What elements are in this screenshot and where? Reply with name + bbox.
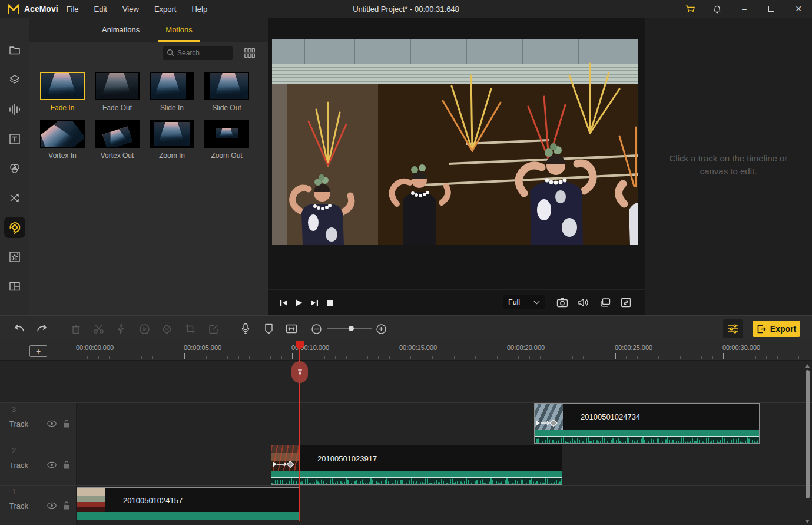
notifications-button[interactable]: [704, 0, 731, 18]
split-at-playhead-button[interactable]: ✂: [291, 361, 308, 383]
timeline-lanes: 3 Track: [0, 361, 812, 525]
motion-applied-icon: [272, 460, 296, 468]
close-button[interactable]: ✕: [785, 0, 812, 18]
mute-button[interactable]: [576, 295, 591, 309]
preset-slide-in[interactable]: Slide In: [150, 72, 194, 112]
maximize-button[interactable]: [758, 0, 785, 18]
crop-button[interactable]: [184, 322, 197, 335]
scroll-down-arrow[interactable]: [805, 520, 810, 523]
sidebar-item-media[interactable]: [4, 39, 25, 61]
preset-vortex-out[interactable]: Vortex Out: [95, 120, 140, 160]
ruler-tick: [422, 356, 422, 359]
play-icon: [295, 299, 303, 307]
zoom-out-button[interactable]: [310, 322, 323, 335]
timeline-scrollbar[interactable]: [805, 364, 810, 523]
menu-view[interactable]: View: [122, 5, 139, 14]
redo-button[interactable]: [35, 322, 48, 335]
menu-file[interactable]: File: [67, 5, 79, 14]
panel-tabs: Animations Motions: [29, 18, 268, 42]
track-lane-2[interactable]: 2 Track: [0, 444, 812, 486]
delete-button[interactable]: [69, 322, 82, 335]
menu-edit[interactable]: Edit: [94, 5, 107, 14]
empty-lane[interactable]: [0, 361, 812, 403]
preset-zoom-in[interactable]: Zoom In: [150, 120, 194, 160]
preset-slide-out[interactable]: Slide Out: [204, 72, 249, 112]
playhead-handle[interactable]: [296, 341, 304, 346]
preset-zoom-out[interactable]: Zoom Out: [204, 120, 249, 160]
sidebar-item-audio[interactable]: [4, 99, 25, 120]
sidebar-item-transitions[interactable]: [4, 187, 25, 209]
track-lane-1[interactable]: 1 Track 20100501024157: [0, 486, 812, 525]
ruler-tick: [766, 356, 767, 359]
sidebar-item-text[interactable]: [4, 128, 25, 150]
zoom-in-button[interactable]: [374, 322, 387, 335]
visibility-toggle-icon[interactable]: [47, 501, 57, 510]
preview-scale-select[interactable]: Full: [503, 295, 545, 309]
preset-vortex-in[interactable]: Vortex In: [40, 120, 85, 160]
scroll-up-arrow[interactable]: [805, 364, 810, 368]
preset-fade-out[interactable]: Fade Out: [95, 72, 140, 112]
prev-frame-button[interactable]: [276, 295, 291, 311]
ruler-tick: [518, 356, 519, 359]
fit-timeline-button[interactable]: [285, 322, 298, 335]
sidebar-item-split-screen[interactable]: [4, 276, 25, 297]
search-input[interactable]: [177, 49, 229, 57]
video-canvas[interactable]: [272, 39, 638, 245]
lock-toggle-icon[interactable]: [62, 501, 71, 510]
tab-animations[interactable]: Animations: [94, 25, 147, 42]
layout-grid-button[interactable]: [243, 46, 257, 60]
transport-controls: Full: [268, 290, 645, 315]
audio-band: [535, 430, 759, 437]
tab-motions[interactable]: Motions: [158, 25, 200, 42]
timeline-ruler[interactable]: + 00:00:00.000 00:00:05.000 00:00:10.000…: [0, 341, 812, 361]
app-logo: AceMovi: [0, 4, 67, 14]
timeline-clip[interactable]: 20100501023917: [271, 445, 562, 485]
ruler-tick: [184, 353, 185, 359]
cart-icon: [685, 4, 695, 14]
sidebar-item-effects[interactable]: [4, 246, 25, 268]
ruler-label: 00:00:25.000: [615, 344, 652, 351]
zoom-slider-thumb[interactable]: [349, 326, 354, 331]
marker-button[interactable]: [262, 322, 275, 335]
timeline-zoom-slider[interactable]: [327, 328, 372, 329]
reverse-play-button[interactable]: [138, 322, 151, 335]
lock-toggle-icon[interactable]: [62, 460, 71, 470]
lock-toggle-icon[interactable]: [62, 419, 71, 428]
fullscreen-button[interactable]: [619, 295, 633, 309]
preset-label: Zoom Out: [204, 151, 249, 160]
add-track-button[interactable]: +: [29, 345, 47, 357]
sidebar-item-motions[interactable]: [4, 217, 25, 238]
play-button[interactable]: [291, 295, 307, 311]
crop-icon: [185, 323, 195, 334]
visibility-toggle-icon[interactable]: [47, 461, 57, 469]
scrollbar-thumb[interactable]: [806, 370, 810, 498]
snapshot-button[interactable]: [555, 295, 569, 309]
speed-button[interactable]: [114, 322, 127, 335]
minimize-button[interactable]: –: [731, 0, 758, 18]
ruler-tick: [217, 356, 217, 359]
track-lane-3[interactable]: 3 Track: [0, 403, 812, 444]
marker-icon: [264, 323, 273, 335]
timeline-clip[interactable]: 20100501024157: [77, 487, 299, 520]
menu-help[interactable]: Help: [191, 5, 207, 14]
timeline-clip[interactable]: 20100501024734: [534, 403, 760, 444]
export-settings-button[interactable]: [723, 319, 743, 338]
edit-button[interactable]: [207, 322, 220, 335]
clip-name: 20100501024157: [123, 496, 183, 504]
duplicate-preview-button[interactable]: [598, 295, 612, 309]
keyframe-button[interactable]: [160, 322, 173, 335]
undo-button[interactable]: [13, 322, 26, 335]
next-frame-button[interactable]: [307, 295, 322, 311]
split-button[interactable]: [92, 322, 105, 335]
menu-export[interactable]: Export: [154, 5, 177, 14]
search-box[interactable]: [163, 46, 233, 60]
record-voiceover-button[interactable]: [239, 322, 252, 335]
export-button[interactable]: Export: [753, 321, 800, 337]
preset-fade-in[interactable]: Fade In: [40, 72, 85, 112]
visibility-toggle-icon[interactable]: [47, 420, 57, 428]
sidebar-item-filters[interactable]: [4, 158, 25, 179]
stop-button[interactable]: [322, 295, 337, 311]
store-cart-button[interactable]: [677, 0, 704, 18]
ruler-tick: [798, 356, 799, 359]
sidebar-item-elements[interactable]: [4, 69, 25, 90]
